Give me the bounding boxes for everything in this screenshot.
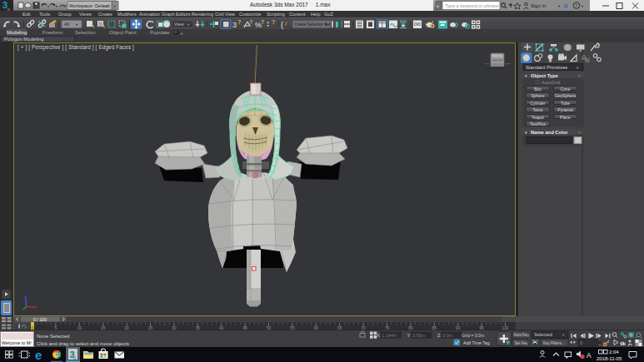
svg-text:A: A [587, 351, 592, 360]
svg-text:3: 3 [232, 21, 237, 29]
svg-text:▾: ▾ [56, 4, 57, 8]
svg-text:▾: ▾ [47, 4, 49, 8]
svg-text:Selected: Selected [534, 332, 552, 337]
svg-text:{: { [281, 21, 283, 29]
svg-text:View: View [174, 22, 184, 27]
svg-text:Object Type: Object Type [531, 73, 559, 78]
svg-text:[ + ] [ Perspective ] [ Standa: [ + ] [ Perspective ] [ Standard ] [ Edg… [17, 44, 134, 51]
svg-text:Name and Color: Name and Color [531, 130, 568, 135]
svg-text:?: ? [249, 19, 252, 25]
svg-text:×: × [578, 73, 581, 78]
svg-text:FRONT: FRONT [493, 59, 504, 62]
svg-text:?: ? [237, 19, 241, 25]
svg-text:0 / 100: 0 / 100 [33, 317, 47, 322]
svg-text:e: e [35, 348, 42, 362]
svg-text:All: All [64, 22, 69, 27]
svg-text:Add Time Tag: Add Time Tag [463, 340, 490, 345]
svg-text:Click and drag to select and m: Click and drag to select and move object… [37, 341, 129, 346]
svg-text:None Selected: None Selected [37, 334, 69, 339]
svg-text:Workspace: Default: Workspace: Default [69, 3, 110, 8]
svg-text:?: ? [261, 19, 264, 25]
svg-text:/: / [285, 20, 287, 27]
svg-text:Auto Key: Auto Key [514, 333, 530, 337]
svg-text:Type a keyword or phrase: Type a keyword or phrase [445, 3, 498, 8]
svg-text:Set Key: Set Key [515, 341, 529, 345]
svg-text:×: × [578, 130, 581, 135]
svg-text:Grid = 0.0m: Grid = 0.0m [462, 333, 484, 338]
svg-text:AutoGrid: AutoGrid [542, 80, 560, 85]
svg-text:Sign In: Sign In [531, 3, 547, 8]
svg-text:0: 0 [580, 340, 582, 345]
svg-text:2018-11-05: 2018-11-05 [597, 356, 622, 361]
svg-text:M: M [73, 357, 76, 360]
svg-text:Key Filters...: Key Filters... [543, 341, 565, 345]
svg-text:▾: ▾ [181, 32, 183, 36]
svg-text:1.144m: 1.144m [382, 333, 397, 338]
svg-text:✕: ✕ [563, 2, 568, 10]
svg-text:Standard Primitives: Standard Primitives [526, 65, 567, 70]
svg-text:2:04: 2:04 [609, 350, 619, 355]
svg-text:0.0m: 0.0m [443, 333, 453, 338]
svg-text:?: ? [272, 19, 275, 25]
svg-text:3.65m: 3.65m [412, 333, 425, 338]
